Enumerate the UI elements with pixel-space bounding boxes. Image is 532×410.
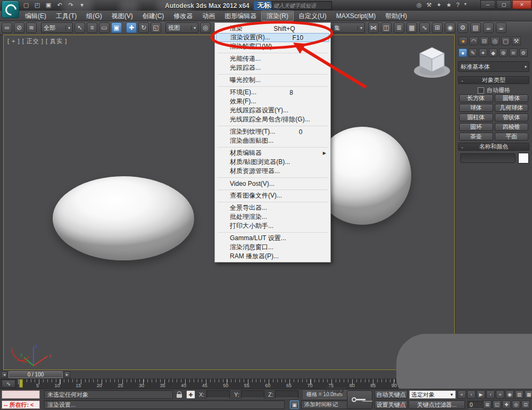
primitive-button[interactable]: 平面 (495, 133, 529, 141)
render-iterative-icon[interactable]: ☕ (496, 22, 506, 33)
align-icon[interactable]: ◫ (381, 22, 392, 33)
tab-motion-icon[interactable]: ◎ (491, 37, 500, 45)
menu-item[interactable]: 光线跟踪全局包含/排除(G)... (215, 115, 330, 124)
time-slider-handle[interactable]: 0 / 100 (9, 371, 63, 378)
absolute-offset-toggle-icon[interactable]: ✚ (186, 390, 195, 399)
new-file-icon[interactable]: ▢ (21, 1, 31, 9)
menu-item[interactable]: 渲染消息窗口... (215, 243, 330, 252)
save-file-icon[interactable]: ▣ (44, 1, 53, 9)
use-center-icon[interactable]: ◎ (200, 22, 211, 33)
select-and-rotate-icon[interactable]: ↻ (138, 22, 149, 33)
render-setup-icon[interactable]: ⚙ (458, 22, 468, 33)
viewport-label[interactable]: [ + ] [ 正交 ] [ 真实 ] (7, 37, 67, 45)
select-and-link-icon[interactable]: ∞ (2, 22, 12, 33)
menu-bar-item[interactable]: 创建(C) (138, 11, 169, 21)
infocenter-collapse-icon[interactable]: ▸ (266, 2, 269, 7)
menu-item[interactable]: 渲染到纹理(T)... 0 (215, 127, 330, 136)
mini-curve-editor-icon[interactable]: ∿ (2, 380, 15, 388)
menu-item[interactable]: 光线跟踪器设置(Y)... (215, 106, 330, 115)
auto-key-button[interactable]: 自动关键点 (375, 390, 408, 399)
menu-item[interactable]: 光跟踪器... (215, 63, 330, 72)
maximize-viewport-toggle-icon[interactable]: ⊡ (521, 400, 530, 409)
redo-icon[interactable]: ↷ (66, 1, 76, 9)
reference-coordinate-dropdown[interactable]: 视图 ▾ (165, 22, 198, 33)
category-cameras-icon[interactable]: ◆ (489, 48, 497, 57)
menu-item[interactable]: Gamma/LUT 设置... (215, 234, 330, 243)
menu-item[interactable]: 打印大小助手... (215, 222, 330, 231)
autogrid-checkbox[interactable] (478, 87, 484, 94)
rendered-frame-window-icon[interactable]: ▤ (470, 22, 481, 33)
layer-manager-icon[interactable]: ≣ (394, 22, 404, 33)
object-name-field[interactable] (460, 153, 516, 163)
menu-item[interactable]: 全景导出器... (215, 203, 330, 212)
tab-create-icon[interactable]: ● (459, 37, 468, 45)
primitive-button[interactable]: 圆锥体 (495, 94, 529, 102)
primitive-button[interactable]: 四棱锥 (495, 123, 529, 131)
previous-key-icon[interactable]: ‹ (467, 390, 476, 399)
add-time-tag[interactable]: 添加时间标记 (301, 400, 352, 409)
restore-button[interactable]: ▢ (496, 0, 511, 9)
primitive-button[interactable]: 圆环 (459, 123, 493, 131)
material-editor-icon[interactable]: ◉ (445, 22, 455, 33)
menu-item[interactable]: 渲染曲面贴图... (215, 136, 330, 145)
orbit-viewport-icon[interactable]: ◎ (512, 400, 520, 409)
rectangular-selection-region-icon[interactable]: ▭ (99, 22, 110, 33)
unlink-selection-icon[interactable]: ⊘ (14, 22, 24, 33)
menu-item[interactable]: 材质资源管理器... (215, 167, 330, 176)
select-and-scale-icon[interactable]: ◱ (151, 22, 161, 33)
go-to-end-icon[interactable]: » (496, 390, 504, 399)
current-frame-marker[interactable] (19, 379, 23, 388)
tab-modify-icon[interactable]: ◠ (469, 37, 478, 45)
menu-bar-item[interactable]: 帮助(H) (380, 11, 412, 21)
primitive-button[interactable]: 几何球体 (495, 104, 529, 112)
select-object-icon[interactable]: ↖ (74, 22, 85, 33)
selection-lock-toggle[interactable] (176, 391, 184, 398)
time-slider-prev-icon[interactable]: ◂ (1, 371, 7, 378)
select-by-name-icon[interactable]: ≡ (87, 22, 97, 33)
max-application-button[interactable] (2, 1, 19, 18)
window-crossing-toggle-icon[interactable]: ▣ (111, 22, 122, 33)
menu-bar-item[interactable]: 编辑(E) (20, 11, 51, 21)
mirror-icon[interactable]: ⋈ (368, 22, 379, 33)
z-coordinate-field[interactable] (275, 390, 298, 398)
undo-icon[interactable]: ↶ (55, 1, 64, 9)
menu-item[interactable]: 渲染帧窗口(W) (215, 42, 330, 51)
menu-item[interactable]: 渲染设置(R)... F10 (216, 33, 329, 42)
menu-bar-item[interactable]: 视图(V) (107, 11, 138, 21)
menu-item[interactable]: RAM 播放器(P)... (215, 252, 330, 261)
search-icon[interactable]: ◎ (417, 2, 422, 9)
bind-to-space-warp-icon[interactable]: ≋ (26, 22, 37, 33)
help-icon[interactable]: ? (456, 2, 460, 9)
next-key-icon[interactable]: › (486, 390, 495, 399)
menu-bar-item[interactable]: 动画 (197, 11, 220, 21)
primitive-button[interactable]: 茶壶 (459, 133, 493, 141)
menu-bar-item[interactable]: 图形编辑器 (220, 11, 261, 21)
set-keys-button[interactable] (347, 390, 372, 409)
selection-set-combo[interactable]: 选定对象 ▼ (409, 390, 456, 399)
close-button[interactable]: ✕ (512, 0, 531, 9)
category-shapes-icon[interactable]: ✎ (469, 48, 477, 57)
time-slider-next-icon[interactable]: ▸ (64, 371, 70, 378)
search-input[interactable] (271, 1, 332, 10)
x-coordinate-field[interactable] (206, 390, 230, 398)
toolbar-options-icon[interactable]: ▾ (77, 1, 87, 9)
open-file-icon[interactable]: ◰ (32, 1, 42, 9)
graphite-modeling-icon[interactable]: ▦ (406, 22, 417, 33)
viewcube[interactable] (411, 44, 453, 79)
category-helpers-icon[interactable]: ⊕ (499, 48, 508, 57)
menu-item[interactable]: Video Post(V)... (215, 179, 330, 188)
key-mode-toggle-icon[interactable]: ◉ (505, 390, 514, 399)
play-icon[interactable]: ▶ (477, 390, 485, 399)
category-spacewarps-icon[interactable]: ≋ (509, 48, 518, 57)
primitive-button[interactable]: 圆柱体 (459, 113, 493, 121)
white-disc-object-left[interactable] (53, 176, 194, 260)
menu-item[interactable]: 曝光控制... (215, 76, 330, 85)
object-color-swatch[interactable] (518, 153, 529, 163)
track-view-icon[interactable]: ▥ (515, 390, 523, 399)
key-filters-button[interactable]: 关键点过滤器... (409, 400, 465, 409)
menu-item[interactable]: 光能传递... (215, 54, 330, 63)
menu-bar-item[interactable]: 渲染(R) (261, 11, 294, 21)
tab-display-icon[interactable]: ▢ (501, 37, 510, 45)
maxscript-listener-field[interactable]: -- 所在行: < (2, 400, 40, 409)
zoom-region-icon[interactable]: ▦ (525, 390, 532, 399)
